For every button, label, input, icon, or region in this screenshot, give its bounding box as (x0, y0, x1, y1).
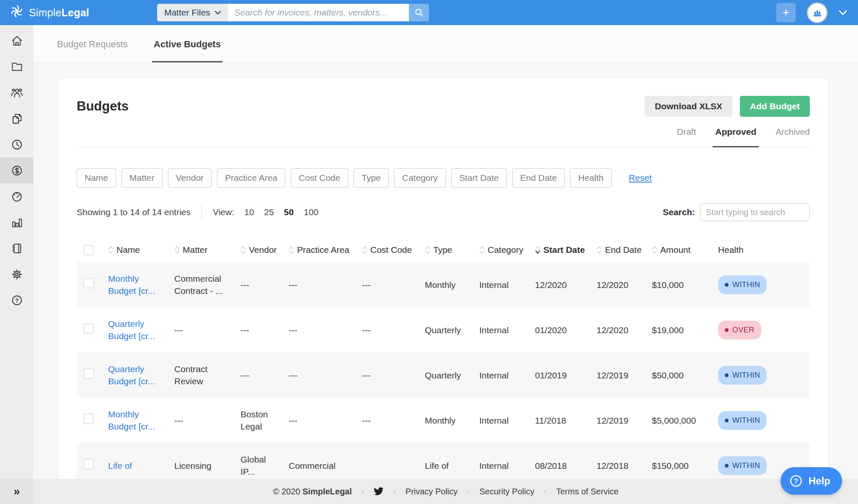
sidebar-item-dashboard[interactable] (0, 183, 34, 209)
budget-name-link[interactable]: Monthly Budget [cr... (108, 409, 155, 431)
global-search-input[interactable] (228, 4, 409, 21)
column-header-type[interactable]: Type (425, 245, 479, 255)
health-badge: OVER (718, 321, 761, 339)
security-policy-link[interactable]: Security Policy (479, 487, 534, 496)
tab-active-budgets[interactable]: Active Budgets (154, 39, 221, 62)
column-header-category[interactable]: Category (479, 245, 535, 255)
sort-icon (174, 245, 180, 255)
reset-filters-link[interactable]: Reset (629, 173, 652, 183)
filter-type[interactable]: Type (354, 168, 389, 188)
type-cell: Quarterly (425, 324, 479, 336)
search-button[interactable] (409, 4, 429, 21)
terms-of-service-link[interactable]: Terms of Service (556, 487, 618, 496)
search-scope-label: Matter Files (164, 8, 210, 18)
category-cell: Internal (479, 460, 535, 472)
filter-health[interactable]: Health (570, 168, 612, 188)
filter-category[interactable]: Category (394, 168, 446, 188)
column-header-end-date[interactable]: End Date (597, 245, 652, 255)
download-xlsx-button[interactable]: Download XLSX (645, 96, 732, 117)
filter-end-date[interactable]: End Date (512, 168, 565, 188)
privacy-policy-link[interactable]: Privacy Policy (406, 487, 457, 496)
health-dot-icon (725, 419, 729, 422)
sidebar-item-matters[interactable] (0, 54, 34, 80)
help-question-icon: ? (789, 474, 803, 488)
practice-area-cell: Commercial (289, 460, 362, 472)
status-tab-approved[interactable]: Approved (715, 127, 756, 137)
select-all-checkbox[interactable] (83, 245, 94, 255)
column-header-vendor[interactable]: Vendor (240, 245, 289, 255)
help-label: Help (809, 475, 830, 487)
table-header-row: Name Matter Vendor Practice Area Cost Co… (77, 238, 810, 262)
table-search-input[interactable] (700, 203, 810, 221)
budget-name-link[interactable]: Life of (108, 461, 132, 471)
sidebar-item-budgets[interactable] (0, 157, 34, 183)
copyright-text: © 2020 SimpleLegal (273, 487, 352, 496)
brand-logo[interactable]: SimpleLegal (9, 4, 89, 21)
view-option-10[interactable]: 10 (244, 207, 254, 217)
sidebar-item-settings[interactable] (0, 261, 34, 287)
sidebar-item-contacts[interactable] (0, 80, 34, 105)
footer: © 2020 SimpleLegal Privacy Policy Securi… (34, 479, 858, 504)
column-header-start-date[interactable]: Start Date (535, 245, 597, 255)
health-badge: WITHIN (718, 275, 767, 294)
filter-practice-area[interactable]: Practice Area (217, 168, 285, 188)
filter-cost-code[interactable]: Cost Code (291, 168, 348, 188)
view-option-25[interactable]: 25 (264, 207, 274, 217)
budgets-table: Name Matter Vendor Practice Area Cost Co… (77, 238, 810, 488)
status-tab-archived[interactable]: Archived (775, 127, 810, 137)
add-budget-button[interactable]: Add Budget (740, 96, 810, 117)
help-floating-button[interactable]: ? Help (780, 467, 842, 495)
account-avatar[interactable] (807, 3, 827, 23)
vendor-cell: --- (240, 369, 289, 381)
table-row: Quarterly Budget [cr... --- --- --- --- … (77, 307, 810, 352)
svg-text:?: ? (15, 297, 19, 303)
type-cell: Life of (425, 460, 479, 472)
type-cell: Monthly (425, 279, 479, 291)
search-scope-dropdown[interactable]: Matter Files (157, 4, 228, 21)
panel-header: Budgets Download XLSX Add Budget (77, 96, 810, 117)
sort-icon (479, 245, 485, 255)
row-checkbox[interactable] (83, 414, 94, 424)
quick-add-button[interactable]: + (776, 3, 796, 22)
search-icon (414, 8, 424, 18)
column-header-matter[interactable]: Matter (174, 245, 240, 255)
start-date-cell: 01/2019 (535, 369, 597, 381)
row-checkbox[interactable] (83, 459, 94, 469)
filter-name[interactable]: Name (77, 168, 116, 188)
sidebar-item-home[interactable] (0, 28, 34, 54)
filter-vendor[interactable]: Vendor (168, 168, 212, 188)
sidebar-item-ledger[interactable] (0, 235, 34, 261)
column-header-amount[interactable]: Amount (652, 245, 718, 255)
filter-start-date[interactable]: Start Date (451, 168, 507, 188)
column-header-name[interactable]: Name (108, 245, 174, 255)
clock-icon (10, 138, 23, 151)
filter-matter[interactable]: Matter (121, 168, 163, 188)
row-checkbox[interactable] (83, 323, 94, 334)
cost-code-cell: --- (362, 324, 425, 336)
twitter-icon[interactable] (374, 487, 384, 496)
budget-name-link[interactable]: Quarterly Budget [cr... (108, 364, 155, 386)
account-chevron-down-icon[interactable] (839, 10, 847, 15)
view-label: View: (213, 207, 234, 217)
start-date-cell: 01/2020 (535, 324, 597, 336)
sidebar-item-documents[interactable] (0, 105, 34, 131)
section-tabs: Budget Requests Active Budgets (34, 25, 858, 63)
amount-cell: $5,000,000 (652, 414, 718, 427)
people-icon (10, 86, 23, 99)
cost-code-cell: --- (362, 279, 425, 291)
row-checkbox[interactable] (83, 278, 94, 288)
status-tab-draft[interactable]: Draft (677, 127, 696, 137)
tab-budget-requests[interactable]: Budget Requests (57, 39, 128, 62)
budget-name-link[interactable]: Monthly Budget [cr... (108, 274, 155, 296)
sidebar-item-timekeeping[interactable] (0, 131, 34, 157)
sidebar-item-help[interactable]: ? (0, 287, 34, 313)
view-option-50[interactable]: 50 (284, 207, 294, 217)
column-header-practice-area[interactable]: Practice Area (289, 245, 362, 255)
row-checkbox[interactable] (83, 368, 94, 379)
sidebar-collapse-toggle[interactable]: » (0, 479, 34, 504)
view-option-100[interactable]: 100 (304, 207, 318, 217)
sidebar-item-reports[interactable] (0, 209, 34, 235)
view-options: 10 25 50 100 (234, 207, 318, 217)
budget-name-link[interactable]: Quarterly Budget [cr... (108, 319, 155, 341)
column-header-cost-code[interactable]: Cost Code (362, 245, 425, 255)
